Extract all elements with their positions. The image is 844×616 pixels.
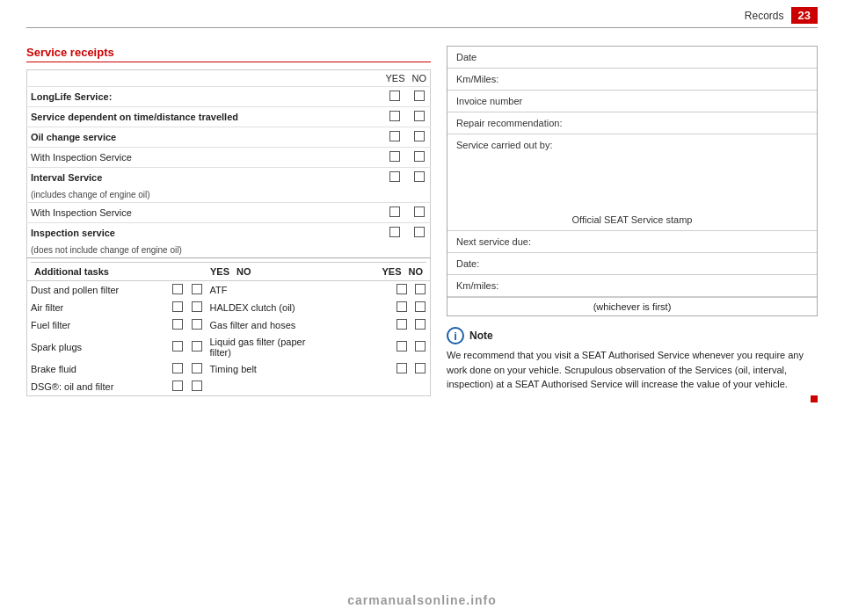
- row-label: Oil change service: [27, 127, 382, 148]
- checkbox[interactable]: [389, 171, 400, 182]
- date-label: Date: [456, 52, 477, 62]
- checkbox[interactable]: [172, 301, 183, 312]
- additional-tasks-table: Dust and pollen filter ATF Air filter HA…: [26, 281, 431, 396]
- table-row: With Inspection Service: [27, 203, 431, 223]
- left-column: Service receipts YES NO LongLife Service…: [26, 46, 431, 402]
- add-tasks-header-table: Additional tasks YES NO YES NO: [31, 262, 426, 279]
- table-row: Inspection service: [27, 223, 431, 243]
- right-task-label: Timing belt: [207, 360, 392, 378]
- row-label: With Inspection Service: [27, 203, 382, 223]
- checkbox[interactable]: [389, 131, 400, 141]
- right-task-label: HALDEX clutch (oil): [207, 299, 392, 316]
- km-miles-label: Km/Miles:: [456, 74, 498, 84]
- service-by-row: Service carried out by: Official SEAT Se…: [447, 134, 817, 231]
- checkbox[interactable]: [389, 207, 400, 217]
- page-title: Records: [745, 10, 784, 22]
- checkbox[interactable]: [414, 227, 425, 237]
- yes-no-header-row: YES NO: [27, 70, 431, 87]
- checkbox[interactable]: [414, 151, 425, 162]
- row-label: Interval Service: [27, 168, 382, 188]
- checkbox[interactable]: [397, 284, 407, 294]
- checkbox[interactable]: [192, 319, 202, 330]
- list-item: Dust and pollen filter ATF: [27, 281, 431, 299]
- km-miles2-label: Km/miles:: [456, 280, 498, 291]
- page-number: 23: [791, 7, 818, 24]
- checkbox[interactable]: [397, 363, 407, 373]
- checkbox[interactable]: [414, 111, 425, 121]
- checkbox[interactable]: [414, 131, 425, 141]
- add-tasks-header-row: Additional tasks YES NO YES NO: [31, 263, 426, 279]
- checkbox[interactable]: [172, 319, 183, 330]
- info-icon: i: [447, 327, 464, 344]
- checkbox[interactable]: [414, 207, 425, 217]
- checkbox[interactable]: [415, 284, 426, 294]
- whichever-row: (whichever is first): [447, 297, 817, 315]
- invoice-label: Invoice number: [456, 96, 522, 106]
- row-label: LongLife Service:: [27, 87, 382, 107]
- row-label: Inspection service: [27, 223, 382, 243]
- whichever-label: (whichever is first): [593, 301, 672, 312]
- service-by-label: Service carried out by:: [456, 140, 808, 150]
- checkbox[interactable]: [389, 151, 400, 162]
- checkbox[interactable]: [389, 111, 400, 121]
- checkbox[interactable]: [397, 301, 407, 312]
- left-task-label: Spark plugs: [27, 334, 168, 360]
- checkbox[interactable]: [192, 363, 202, 373]
- left-task-label: Air filter: [27, 299, 168, 316]
- checkbox[interactable]: [397, 319, 407, 330]
- checkbox[interactable]: [192, 301, 202, 312]
- content-area: Service receipts YES NO LongLife Service…: [26, 46, 818, 402]
- right-column: Date Km/Miles: Invoice number Repair rec…: [447, 46, 818, 402]
- checkbox[interactable]: [172, 363, 183, 373]
- add-yes-label2: YES: [378, 263, 404, 279]
- checkbox[interactable]: [397, 341, 407, 351]
- table-row: Oil change service: [27, 127, 431, 148]
- right-task-label: Liquid gas filter (paperfilter): [207, 334, 392, 360]
- yes-checkbox-cell[interactable]: [382, 87, 408, 107]
- checkbox[interactable]: [192, 380, 202, 391]
- list-item: Air filter HALDEX clutch (oil): [27, 299, 431, 316]
- row-label: With Inspection Service: [27, 148, 382, 168]
- watermark: carmanualsonline.info: [347, 593, 497, 607]
- table-row: Service dependent on time/distance trave…: [27, 107, 431, 127]
- checkbox[interactable]: [414, 91, 425, 101]
- add-no-label: NO: [233, 263, 255, 279]
- no-checkbox-cell[interactable]: [409, 87, 431, 107]
- table-row: LongLife Service:: [27, 87, 431, 107]
- add-tasks-label: Additional tasks: [31, 263, 207, 279]
- checkbox[interactable]: [414, 171, 425, 182]
- repair-row: Repair recommendation:: [447, 112, 817, 134]
- table-row: (does not include change of engine oil): [27, 243, 431, 258]
- checkbox[interactable]: [389, 227, 400, 237]
- table-row: (includes change of engine oil): [27, 187, 431, 203]
- table-row: With Inspection Service: [27, 148, 431, 168]
- checkbox[interactable]: [192, 284, 202, 294]
- date2-row: Date:: [447, 253, 817, 275]
- table-row: Interval Service: [27, 168, 431, 188]
- no-header: NO: [409, 70, 431, 87]
- list-item: Spark plugs Liquid gas filter (paperfilt…: [27, 334, 431, 360]
- checkbox[interactable]: [172, 380, 183, 391]
- left-task-label: DSG®: oil and filter: [27, 378, 168, 396]
- list-item: Fuel filter Gas filter and hoses: [27, 316, 431, 334]
- checkbox[interactable]: [192, 341, 202, 351]
- checkbox[interactable]: [389, 91, 400, 101]
- service-table: YES NO LongLife Service: Service depende…: [26, 69, 431, 281]
- list-item: DSG®: oil and filter: [27, 378, 431, 396]
- note-header: i Note: [447, 327, 818, 344]
- left-task-label: Fuel filter: [27, 316, 168, 334]
- checkbox[interactable]: [415, 319, 426, 330]
- checkbox[interactable]: [415, 363, 426, 373]
- note-text: We recommend that you visit a SEAT Autho…: [447, 348, 818, 392]
- checkbox[interactable]: [172, 284, 183, 294]
- km-miles-row: Km/Miles:: [447, 69, 817, 91]
- red-square-icon: [811, 395, 818, 402]
- row-label: Service dependent on time/distance trave…: [27, 107, 382, 127]
- list-item: Brake fluid Timing belt: [27, 360, 431, 378]
- stamp-text: Official SEAT Service stamp: [572, 214, 693, 225]
- page-header: Records 23: [26, 0, 818, 28]
- checkbox[interactable]: [172, 341, 183, 351]
- checkbox[interactable]: [415, 341, 426, 351]
- left-task-label: Brake fluid: [27, 360, 168, 378]
- checkbox[interactable]: [415, 301, 426, 312]
